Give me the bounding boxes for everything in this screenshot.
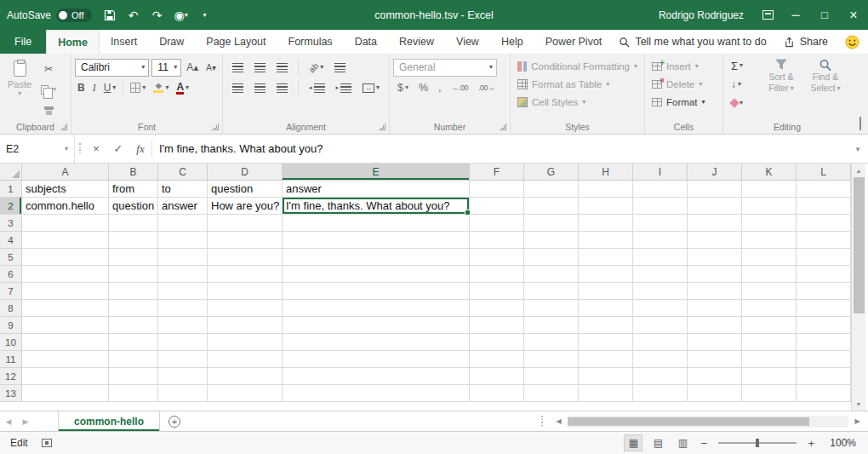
cell-H12[interactable] <box>579 368 633 385</box>
sheet-nav-right-button[interactable]: ▶ <box>17 411 34 431</box>
borders-button[interactable]: ▾ <box>128 79 148 96</box>
cell-C1[interactable]: to <box>158 181 208 198</box>
column-header-K[interactable]: K <box>742 164 797 181</box>
autosum-button[interactable]: Σ▾ <box>727 57 759 74</box>
fill-button[interactable]: ↓▾ <box>727 76 759 93</box>
hscroll-right-button[interactable]: ▶ <box>850 417 865 425</box>
cell-D13[interactable] <box>208 385 283 402</box>
tell-me-box[interactable]: Tell me what you want to do <box>619 36 766 48</box>
column-header-A[interactable]: A <box>22 164 109 181</box>
cell-C9[interactable] <box>158 317 208 334</box>
cell-J8[interactable] <box>688 300 742 317</box>
cell-D9[interactable] <box>208 317 283 334</box>
row-header-8[interactable]: 8 <box>0 300 22 317</box>
clear-button[interactable]: ▾ <box>727 95 759 112</box>
cell-B7[interactable] <box>109 283 158 300</box>
user-name[interactable]: Rodrigo Rodriguez <box>659 9 744 21</box>
cell-K5[interactable] <box>742 249 797 266</box>
cell-A3[interactable] <box>22 215 109 232</box>
vertical-scroll-thumb[interactable] <box>854 177 865 313</box>
percent-format-button[interactable]: % <box>416 79 431 96</box>
cell-L4[interactable] <box>797 232 851 249</box>
align-right-button[interactable] <box>274 79 290 96</box>
cell-K1[interactable] <box>742 181 797 198</box>
tab-page-layout[interactable]: Page Layout <box>195 30 277 54</box>
redo-button[interactable]: ↷ <box>146 4 168 26</box>
row-header-6[interactable]: 6 <box>0 266 22 283</box>
cell-H3[interactable] <box>579 215 633 232</box>
cell-C11[interactable] <box>158 351 208 368</box>
column-header-J[interactable]: J <box>688 164 742 181</box>
cell-C7[interactable] <box>158 283 208 300</box>
cell-F12[interactable] <box>470 368 524 385</box>
tab-home[interactable]: Home <box>46 30 100 54</box>
scroll-down-button[interactable]: ▼ <box>852 397 865 411</box>
increase-indent-button[interactable]: ▸ <box>334 79 355 96</box>
cell-F6[interactable] <box>470 266 524 283</box>
align-center-button[interactable] <box>252 79 268 96</box>
collapse-ribbon-button[interactable] <box>859 118 861 130</box>
cell-B3[interactable] <box>109 215 158 232</box>
row-header-2[interactable]: 2 <box>0 198 22 215</box>
cell-E13[interactable] <box>283 385 470 402</box>
save-button[interactable] <box>99 4 121 26</box>
cell-L7[interactable] <box>797 283 851 300</box>
cell-F8[interactable] <box>470 300 524 317</box>
decrease-indent-button[interactable]: ◂ <box>306 79 328 96</box>
cell-E9[interactable] <box>283 317 470 334</box>
cell-I4[interactable] <box>633 232 688 249</box>
sheet-nav-left-button[interactable]: ◀ <box>0 411 17 431</box>
cell-D7[interactable] <box>208 283 283 300</box>
decrease-decimal-button[interactable]: .00→ <box>476 79 498 96</box>
zoom-slider-thumb[interactable] <box>756 439 759 447</box>
cell-F5[interactable] <box>470 249 524 266</box>
row-header-12[interactable]: 12 <box>0 368 22 385</box>
cancel-button[interactable]: × <box>85 135 107 163</box>
cell-B2[interactable]: question <box>109 198 158 215</box>
cell-A12[interactable] <box>22 368 109 385</box>
cut-button[interactable]: ✂ <box>38 60 59 78</box>
font-size-combo[interactable]: 11 ▾ <box>151 59 181 77</box>
horizontal-scroll-track[interactable] <box>568 416 848 428</box>
cell-F7[interactable] <box>470 283 524 300</box>
cell-E6[interactable] <box>283 266 470 283</box>
cell-B1[interactable]: from <box>109 181 158 198</box>
row-header-1[interactable]: 1 <box>0 181 22 198</box>
cell-H5[interactable] <box>579 249 633 266</box>
cell-J10[interactable] <box>688 334 742 351</box>
cell-K12[interactable] <box>742 368 797 385</box>
cell-L3[interactable] <box>797 215 851 232</box>
hscroll-left-button[interactable]: ◀ <box>551 417 566 425</box>
clipboard-dialog-launcher[interactable] <box>60 124 67 130</box>
zoom-slider[interactable] <box>718 442 797 444</box>
cell-D1[interactable]: question <box>208 181 283 198</box>
cell-B4[interactable] <box>109 232 158 249</box>
cell-C12[interactable] <box>158 368 208 385</box>
increase-decimal-button[interactable]: ←.00 <box>449 79 471 96</box>
cell-H13[interactable] <box>579 385 633 402</box>
cell-J2[interactable] <box>688 198 742 215</box>
sheet-tab-common-hello[interactable]: common-hello <box>58 411 160 431</box>
cell-K4[interactable] <box>742 232 797 249</box>
undo-button[interactable]: ↶ <box>123 4 145 26</box>
top-align-button[interactable] <box>230 59 246 76</box>
cell-B6[interactable] <box>109 266 158 283</box>
font-dialog-launcher[interactable] <box>212 124 219 130</box>
cell-styles-button[interactable]: Cell Styles ▾ <box>514 93 641 111</box>
row-header-13[interactable]: 13 <box>0 385 22 402</box>
cell-K6[interactable] <box>742 266 797 283</box>
cell-C8[interactable] <box>158 300 208 317</box>
cell-G7[interactable] <box>524 283 579 300</box>
cell-B12[interactable] <box>109 368 158 385</box>
wrap-text-button[interactable] <box>332 59 348 76</box>
cell-G4[interactable] <box>524 232 579 249</box>
normal-view-button[interactable]: ▦ <box>624 434 642 451</box>
vertical-scroll-track[interactable] <box>852 177 865 397</box>
cell-I11[interactable] <box>633 351 688 368</box>
cell-D5[interactable] <box>208 249 283 266</box>
cell-K13[interactable] <box>742 385 797 402</box>
tab-review[interactable]: Review <box>388 30 445 54</box>
page-layout-view-button[interactable]: ▤ <box>648 434 667 451</box>
cell-E7[interactable] <box>283 283 470 300</box>
cell-A8[interactable] <box>22 300 109 317</box>
